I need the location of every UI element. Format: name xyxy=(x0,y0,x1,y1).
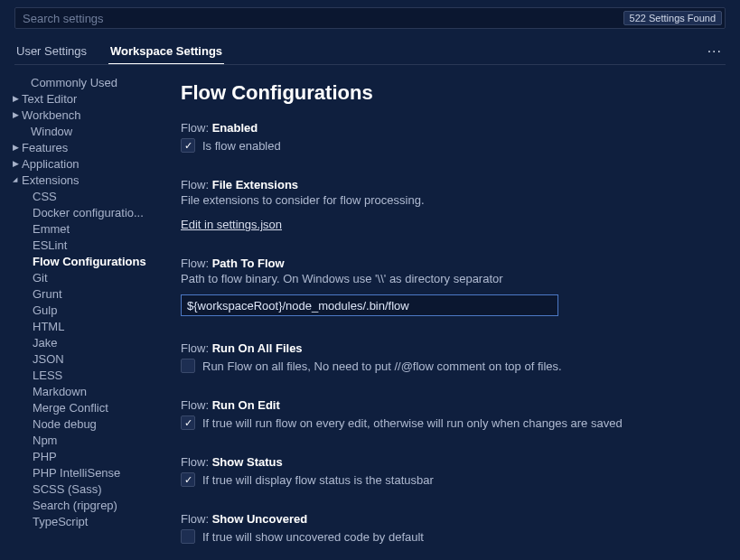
settings-sidebar: Commonly Used▶Text Editor▶WorkbenchWindo… xyxy=(0,65,161,560)
sidebar-item[interactable]: JSON xyxy=(5,350,161,367)
setting-key: Run On Edit xyxy=(212,398,280,412)
setting-key: Run On All Files xyxy=(212,341,303,355)
sidebar-item[interactable]: Git xyxy=(5,269,161,285)
checkbox[interactable]: ✓ xyxy=(181,138,195,153)
sidebar-item[interactable]: Flow Configurations xyxy=(5,253,161,269)
sidebar-item[interactable]: Npm xyxy=(5,432,161,448)
path-to-flow-input[interactable] xyxy=(181,294,558,316)
chevron-right-icon: ▶ xyxy=(13,159,22,168)
sidebar-item[interactable]: ▶Features xyxy=(5,139,161,155)
settings-count-badge: 522 Settings Found xyxy=(623,11,722,25)
sidebar-item-label: Extensions xyxy=(22,173,80,187)
sidebar-item[interactable]: CSS xyxy=(5,188,161,204)
setting-run-on-all-files: Flow: Run On All Files ✓ Run Flow on all… xyxy=(181,341,729,373)
setting-key: Show Status xyxy=(212,455,283,469)
sidebar-item-label: Workbench xyxy=(22,108,81,122)
sidebar-item[interactable]: Window xyxy=(5,123,161,139)
setting-path-to-flow: Flow: Path To Flow Path to flow binary. … xyxy=(181,257,729,316)
sidebar-item[interactable]: Node debug xyxy=(5,415,161,432)
setting-flow-enabled: Flow: Enabled ✓ Is flow enabled xyxy=(181,121,729,153)
sidebar-item-label: Features xyxy=(22,141,68,154)
sidebar-item[interactable]: TypeScript xyxy=(5,513,161,529)
setting-prefix: Flow: xyxy=(181,257,209,270)
checkbox[interactable]: ✓ xyxy=(181,359,195,373)
sidebar-item[interactable]: ▶Text Editor xyxy=(5,90,161,107)
setting-file-extensions: Flow: File Extensions File extensions to… xyxy=(181,178,729,231)
search-bar: 522 Settings Found xyxy=(14,7,726,29)
chevron-right-icon: ▶ xyxy=(13,94,22,103)
checkbox[interactable]: ✓ xyxy=(181,472,195,487)
sidebar-item-label: Text Editor xyxy=(22,92,77,106)
setting-key: File Extensions xyxy=(212,178,298,191)
checkbox[interactable]: ✓ xyxy=(181,529,195,544)
setting-description: File extensions to consider for flow pro… xyxy=(181,193,729,207)
sidebar-item[interactable]: Commonly Used xyxy=(5,74,161,90)
section-heading: Flow Configurations xyxy=(181,81,729,105)
setting-label: Run Flow on all files, No need to put //… xyxy=(202,359,562,373)
sidebar-item[interactable]: PHP IntelliSense xyxy=(5,464,161,481)
setting-label: Is flow enabled xyxy=(202,139,281,153)
chevron-right-icon: ▶ xyxy=(13,143,22,152)
more-actions-icon[interactable]: ··· xyxy=(704,43,726,60)
sidebar-item[interactable]: ▶Workbench xyxy=(5,107,161,123)
sidebar-item[interactable]: Emmet xyxy=(5,220,161,237)
sidebar-item[interactable]: Docker configuratio... xyxy=(5,204,161,220)
sidebar-item[interactable]: Search (ripgrep) xyxy=(5,497,161,513)
setting-prefix: Flow: xyxy=(181,121,209,135)
sidebar-item[interactable]: PHP xyxy=(5,448,161,464)
setting-description: Path to flow binary. On Windows use '\\'… xyxy=(181,272,729,285)
setting-label: If true will display flow status is the … xyxy=(202,473,434,487)
sidebar-item[interactable]: SCSS (Sass) xyxy=(5,481,161,497)
setting-key: Path To Flow xyxy=(212,257,285,270)
checkbox[interactable]: ✓ xyxy=(181,415,195,430)
setting-key: Enabled xyxy=(212,121,258,135)
setting-key: Show Uncovered xyxy=(212,512,307,526)
sidebar-item[interactable]: Markdown xyxy=(5,383,161,399)
setting-prefix: Flow: xyxy=(181,455,209,469)
setting-label: If true will show uncovered code by defa… xyxy=(202,530,424,544)
setting-prefix: Flow: xyxy=(181,178,209,191)
sidebar-item[interactable]: ◢Extensions xyxy=(5,172,161,188)
sidebar-item-label: Application xyxy=(22,157,80,171)
sidebar-item[interactable]: Grunt xyxy=(5,285,161,302)
tab-user-settings[interactable]: User Settings xyxy=(14,39,89,63)
settings-content: Flow Configurations Flow: Enabled ✓ Is f… xyxy=(181,65,740,560)
sidebar-item-label: Window xyxy=(31,125,72,138)
setting-label: If true will run flow on every edit, oth… xyxy=(202,416,623,430)
setting-prefix: Flow: xyxy=(181,341,209,355)
sidebar-item-label: Commonly Used xyxy=(31,76,117,89)
setting-show-status: Flow: Show Status ✓ If true will display… xyxy=(181,455,729,487)
chevron-down-icon: ◢ xyxy=(13,176,22,183)
sidebar-item[interactable]: ESLint xyxy=(5,237,161,253)
search-input[interactable] xyxy=(15,12,623,25)
sidebar-item[interactable]: ▶Application xyxy=(5,155,161,172)
tab-workspace-settings[interactable]: Workspace Settings xyxy=(108,39,224,64)
settings-tabs: User Settings Workspace Settings ··· xyxy=(14,38,726,65)
setting-run-on-edit: Flow: Run On Edit ✓ If true will run flo… xyxy=(181,398,729,430)
sidebar-item[interactable]: Jake xyxy=(5,334,161,350)
setting-show-uncovered: Flow: Show Uncovered ✓ If true will show… xyxy=(181,512,729,544)
sidebar-item[interactable]: Merge Conflict xyxy=(5,399,161,415)
sidebar-item[interactable]: LESS xyxy=(5,367,161,383)
edit-in-settings-json-link[interactable]: Edit in settings.json xyxy=(181,218,282,231)
chevron-right-icon: ▶ xyxy=(13,110,22,119)
sidebar-item[interactable]: HTML xyxy=(5,318,161,334)
sidebar-item[interactable]: Gulp xyxy=(5,302,161,318)
setting-prefix: Flow: xyxy=(181,512,209,526)
setting-prefix: Flow: xyxy=(181,398,209,412)
